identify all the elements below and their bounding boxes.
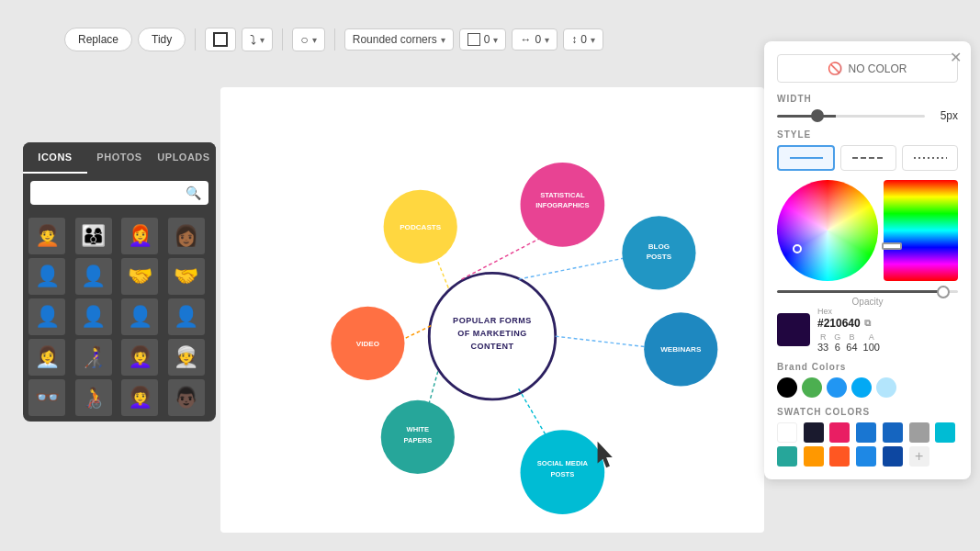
rgb-b: B 64 [846, 332, 857, 353]
swatch-color[interactable] [804, 422, 824, 443]
width-icon: ↔ [520, 33, 531, 46]
color-wheel-container[interactable] [777, 180, 958, 281]
icon-cell[interactable]: 🧑‍🦽 [75, 379, 112, 416]
copy-icon[interactable]: ⧉ [864, 318, 871, 329]
connector-button[interactable]: ⤵ ▾ [242, 28, 273, 51]
swatch-grid: + [777, 422, 958, 467]
search-input[interactable] [38, 186, 180, 199]
rounded-corners-button[interactable]: Rounded corners ▾ [344, 28, 454, 51]
chevron-down-icon2: ▾ [312, 35, 317, 45]
icon-cell[interactable]: 👤 [28, 258, 65, 295]
swatch-color[interactable] [804, 446, 824, 467]
swatch-color[interactable] [829, 446, 850, 467]
rgb-r: R 33 [817, 332, 828, 353]
separator3 [334, 28, 335, 51]
tab-photos[interactable]: PHOTOS [87, 142, 152, 174]
icon-cell[interactable]: 👩‍🦱 [121, 379, 158, 416]
tab-icons[interactable]: ICONS [23, 142, 87, 174]
icon-cell[interactable]: 👩‍💼 [28, 339, 65, 376]
width-slider[interactable] [777, 115, 925, 118]
left-panel: ICONS PHOTOS UPLOADS 🔍 🧑‍🦱👨‍👩‍👦👩‍🦰👩🏾👤👤🤝🤝… [23, 142, 216, 422]
toolbar: Replace Tidy ⤵ ▾ ○ ▾ Rounded corners ▾ 0… [64, 28, 603, 51]
search-bar[interactable]: 🔍 [30, 181, 208, 205]
add-swatch-button[interactable]: + [909, 446, 929, 467]
icon-cell[interactable]: 👩‍🦯 [75, 339, 112, 376]
border-button[interactable]: 0 ▾ [459, 28, 507, 51]
svg-text:SOCIAL MEDIA: SOCIAL MEDIA [537, 459, 589, 467]
swatch-color[interactable] [856, 446, 876, 467]
canvas[interactable]: POPULAR FORMS OF MARKETING CONTENT STATI… [220, 87, 764, 533]
svg-text:POSTS: POSTS [550, 470, 574, 478]
icon-cell[interactable]: 👩🏾 [168, 218, 205, 254]
swatch-color[interactable] [829, 422, 850, 443]
swatch-color[interactable] [883, 422, 903, 443]
swatch-color[interactable] [883, 446, 903, 467]
width-button[interactable]: ↔ 0 ▾ [512, 28, 558, 51]
icon-cell[interactable]: 🤝 [168, 258, 205, 295]
mindmap-svg: POPULAR FORMS OF MARKETING CONTENT STATI… [220, 87, 764, 533]
icon-cell[interactable]: 👤 [121, 298, 158, 335]
icon-cell[interactable]: 👩‍🦱 [121, 339, 158, 376]
rgb-g: G 6 [834, 332, 840, 353]
icon-cell[interactable]: 👳 [168, 339, 205, 376]
icon-cell[interactable]: 👤 [75, 298, 112, 335]
icon-cell[interactable]: 👨‍👩‍👦 [75, 218, 112, 254]
swatch-colors-label: SWATCH COLORS [777, 407, 958, 417]
shape-square-button[interactable] [205, 28, 236, 51]
swatch-color[interactable] [777, 422, 797, 443]
brand-color-swatch[interactable] [876, 377, 896, 398]
swatch-color[interactable] [909, 422, 929, 443]
border-value: 0 [484, 33, 490, 46]
hue-cursor [882, 242, 902, 250]
icon-cell[interactable]: 👨🏿 [168, 379, 205, 416]
chevron-down-icon4: ▾ [493, 35, 498, 45]
icon-cell[interactable]: 🤝 [121, 258, 158, 295]
no-color-button[interactable]: 🚫 NO COLOR [777, 54, 958, 83]
separator2 [282, 28, 283, 51]
close-button[interactable]: ✕ [950, 49, 962, 66]
right-panel: ✕ 🚫 NO COLOR WIDTH 5px STYLE Opacity [764, 41, 971, 479]
opacity-row [777, 290, 958, 293]
style-dashed[interactable] [840, 145, 896, 171]
height-button[interactable]: ↕ 0 ▾ [563, 28, 603, 51]
hex-group: Hex #210640 ⧉ R 33 G 6 B 64 A [817, 307, 958, 353]
no-color-label: NO COLOR [848, 62, 907, 75]
hue-bar[interactable] [884, 180, 958, 281]
style-row [777, 145, 958, 171]
tidy-button[interactable]: Tidy [138, 28, 186, 51]
circle-button[interactable]: ○ ▾ [292, 28, 324, 51]
brand-color-swatch[interactable] [827, 377, 847, 398]
brand-color-swatch[interactable] [777, 377, 797, 398]
icon-cell[interactable]: 👩‍🦰 [121, 218, 158, 254]
icon-cell[interactable]: 🧑‍🦱 [28, 218, 65, 254]
chevron-down-icon6: ▾ [591, 35, 595, 45]
svg-text:WEBINARS: WEBINARS [660, 345, 702, 354]
color-wheel[interactable] [777, 180, 878, 281]
replace-button[interactable]: Replace [64, 28, 132, 51]
icon-cell[interactable]: 👤 [28, 298, 65, 335]
square-icon [213, 32, 228, 47]
swatch-color[interactable] [777, 446, 797, 467]
icons-grid: 🧑‍🦱👨‍👩‍👦👩‍🦰👩🏾👤👤🤝🤝👤👤👤👤👩‍💼👩‍🦯👩‍🦱👳👓🧑‍🦽👩‍🦱👨🏿 [23, 212, 216, 422]
style-dotted[interactable] [902, 145, 958, 171]
swatch-color[interactable] [935, 422, 955, 443]
style-solid[interactable] [777, 145, 835, 171]
brand-color-swatch[interactable] [851, 377, 872, 398]
opacity-slider[interactable] [777, 290, 958, 293]
brand-colors-row [777, 377, 958, 398]
rounded-corners-label: Rounded corners [353, 33, 437, 46]
width-value: 5px [932, 109, 958, 122]
icon-cell[interactable]: 👤 [75, 258, 112, 295]
svg-text:WHITE: WHITE [407, 425, 430, 433]
style-label: STYLE [777, 129, 958, 140]
swatch-color[interactable] [856, 422, 876, 443]
icon-cell[interactable]: 👓 [28, 379, 65, 416]
icon-cell[interactable]: 👤 [168, 298, 205, 335]
color-swatch-large[interactable] [777, 313, 810, 346]
chevron-down-icon5: ▾ [545, 35, 549, 45]
brand-color-swatch[interactable] [802, 377, 822, 398]
svg-text:PAPERS: PAPERS [403, 436, 432, 444]
svg-text:CONTENT: CONTENT [470, 342, 513, 351]
color-info-row: Hex #210640 ⧉ R 33 G 6 B 64 A [777, 307, 958, 353]
tab-uploads[interactable]: UPLOADS [152, 142, 216, 174]
